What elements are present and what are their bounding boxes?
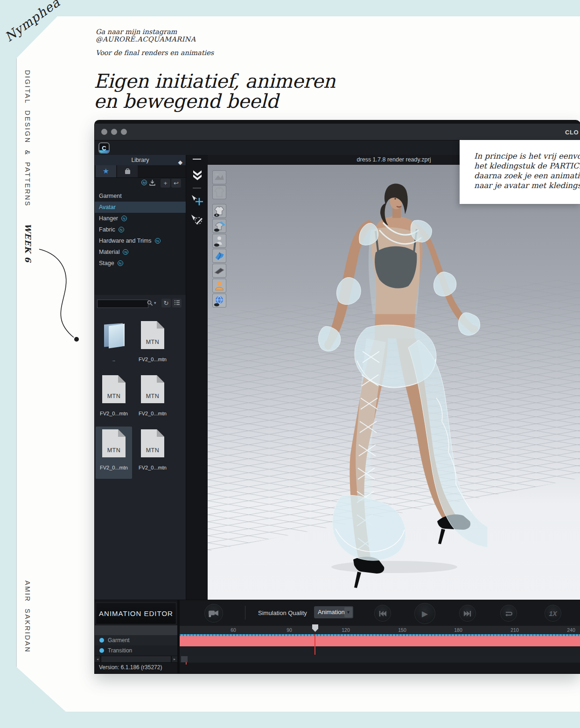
file-cell-mtn[interactable]: MTN FV2_0...mtn: [134, 372, 171, 425]
file-cell-mtn[interactable]: MTN FV2_0...mtn: [134, 318, 171, 371]
library-item-fabric[interactable]: FabricN: [95, 224, 186, 235]
show-garment-button[interactable]: [212, 204, 226, 218]
file-cell-parent-folder[interactable]: ..: [96, 318, 132, 371]
intro-note-line3: Voor de final renders en animaties: [96, 49, 214, 56]
intro-note-line1: Ga naar mijn instagram: [96, 28, 214, 35]
track-row-garment[interactable]: Garment: [95, 635, 177, 645]
vertical-label-course: DIGITAL DESIGN & PATTERNS: [24, 70, 31, 207]
library-item-hanger[interactable]: HangerN: [95, 213, 186, 224]
search-icon[interactable]: [147, 300, 154, 307]
garment-outline-icon: [213, 186, 226, 199]
timeline-tick: 90: [282, 627, 296, 633]
window-minimize-button[interactable]: [111, 129, 117, 135]
new-badge-icon: N: [121, 216, 127, 221]
library-panel-header[interactable]: Library ◆: [95, 155, 186, 165]
track-enabled-dot[interactable]: [99, 648, 104, 653]
timeline-tick: 210: [508, 627, 522, 633]
viewport-display-toolbar: [212, 170, 226, 308]
window-close-button[interactable]: [101, 129, 107, 135]
scene-render-button[interactable]: [212, 170, 226, 184]
scroll-left-icon[interactable]: ◂: [95, 656, 100, 662]
window-zoom-button[interactable]: [121, 129, 127, 135]
select-move-tool[interactable]: [189, 193, 205, 209]
world-view-button[interactable]: [212, 294, 226, 308]
timeline-tick: 240: [564, 627, 578, 633]
file-cell-mtn[interactable]: MTN FV2_0...mtn: [134, 427, 171, 479]
file-label: FV2_0...mtn: [132, 465, 174, 470]
play-button[interactable]: ▶: [414, 603, 435, 624]
library-item-hardware-trims[interactable]: Hardware and TrimsN: [95, 235, 186, 246]
file-cell-mtn[interactable]: MTN FV2_0...mtn: [96, 372, 132, 425]
clo-logo-icon[interactable]: C: [98, 142, 110, 154]
search-input[interactable]: [97, 300, 148, 308]
library-item-label: Hardware and Trims: [99, 238, 152, 244]
skip-to-start-button[interactable]: [374, 605, 391, 622]
vertical-label-week: WEEK 6: [23, 224, 33, 263]
timeline-tick: 120: [339, 627, 353, 633]
fabric-view-button[interactable]: [212, 249, 226, 263]
avatar-model[interactable]: [296, 174, 492, 594]
page-title: Eigen initiatief, animeren en bewegend b…: [94, 71, 335, 111]
viewport-canvas[interactable]: [208, 165, 580, 600]
double-chevron-down-icon: [189, 167, 205, 183]
library-item-garment[interactable]: Garment: [95, 190, 186, 202]
timeline-scrollbar[interactable]: [180, 656, 580, 663]
skip-to-end-button[interactable]: [459, 605, 476, 622]
library-item-avatar[interactable]: Avatar: [95, 202, 186, 213]
plane-view-button[interactable]: [212, 264, 226, 278]
mtn-file-type-label: MTN: [141, 339, 164, 345]
dropdown-caret-icon: ▼: [344, 607, 352, 617]
file-label: FV2_0...mtn: [95, 411, 135, 416]
library-panel: Library ◆ ★ M + ↩: [95, 155, 186, 600]
video-camera-icon: [208, 609, 219, 617]
file-cell-mtn-selected[interactable]: MTN FV2_0...mtn: [96, 427, 132, 479]
animation-quality-dropdown[interactable]: Animation ( ▼: [314, 606, 353, 618]
record-video-button[interactable]: [204, 604, 223, 623]
tab-store[interactable]: [117, 165, 138, 177]
avatar-eye-icon: [213, 234, 226, 247]
library-item-stage[interactable]: StageN: [95, 258, 186, 269]
library-item-label: Garment: [99, 193, 122, 199]
playback-speed-button[interactable]: 1X: [545, 605, 561, 622]
textured-garment-button[interactable]: [212, 219, 226, 233]
transition-track-lane[interactable]: [180, 646, 580, 656]
clo-application-window: CLO C Library ◆ ★ M: [95, 120, 580, 673]
garment-track-clip[interactable]: [180, 636, 580, 646]
track-enabled-dot[interactable]: [99, 638, 104, 643]
file-label: ..: [95, 357, 135, 362]
library-file-browser: ▾ ↻ .. MTN FV2_0...mtn MTN FV2_0: [95, 295, 186, 600]
annotation-line: naar je avatar met kledingstuk: [474, 181, 580, 191]
avatar-skin-button[interactable]: [212, 279, 226, 293]
refresh-button[interactable]: ↻: [161, 299, 171, 308]
new-badge-icon: N: [118, 260, 123, 266]
library-item-material[interactable]: MaterialN: [95, 246, 186, 258]
tab-favorites[interactable]: ★: [96, 165, 116, 177]
undo-button[interactable]: ↩: [171, 179, 181, 188]
show-avatar-button[interactable]: [212, 234, 226, 248]
instagram-handle: @AURORE.ACQUAMARINA: [96, 35, 214, 43]
animation-editor-title: ANIMATION EDITOR: [99, 609, 173, 617]
download-tray-icon[interactable]: [148, 179, 156, 187]
mtn-file-icon: MTN: [102, 375, 126, 403]
track-label: Transition: [108, 647, 132, 654]
window-titlebar[interactable]: CLO: [95, 120, 580, 140]
loop-button[interactable]: [500, 605, 517, 622]
search-filter-caret-icon[interactable]: ▾: [154, 301, 156, 305]
pen-tool[interactable]: [189, 212, 205, 228]
mtn-file-type-label: MTN: [102, 393, 126, 399]
scrollbar-handle[interactable]: [181, 656, 188, 662]
track-row-transition[interactable]: Transition: [95, 645, 177, 656]
annotation-line: In principe is het vrij eenvoud: [474, 152, 580, 161]
app-name-label: CLO: [565, 129, 579, 136]
track-list-scrollbar[interactable]: ◂ ▸: [95, 656, 177, 663]
add-button[interactable]: +: [161, 179, 170, 188]
simulate-button[interactable]: [189, 167, 205, 183]
list-view-icon: [174, 300, 180, 306]
garment-outline-button[interactable]: [212, 185, 226, 199]
scroll-right-icon[interactable]: ▸: [172, 656, 177, 662]
list-view-button[interactable]: [172, 299, 182, 308]
scrollbar-track[interactable]: [101, 656, 171, 662]
skip-start-icon: [378, 610, 387, 617]
timeline-ruler[interactable]: 60 90 120 150 180 210 240: [180, 626, 580, 634]
viewport-3d[interactable]: dress 1.7.8 render ready.zprj: [208, 155, 580, 600]
